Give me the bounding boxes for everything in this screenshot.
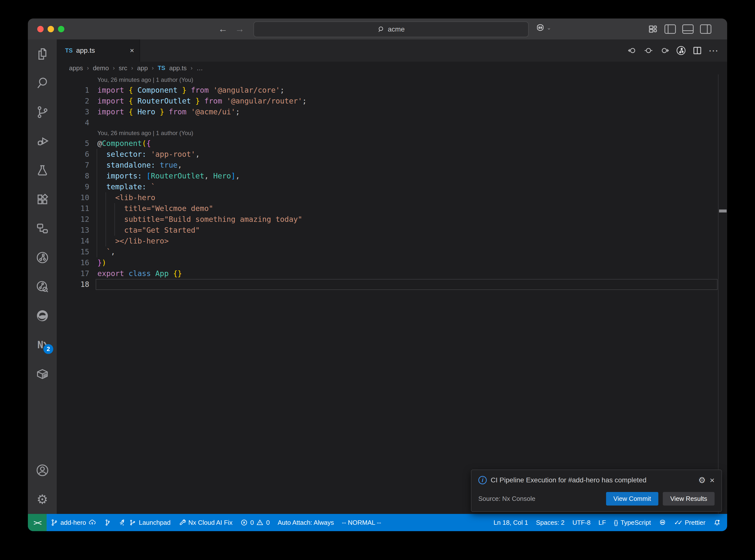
- auto-attach-status[interactable]: Auto Attach: Always: [274, 514, 338, 531]
- breadcrumb-symbol[interactable]: …: [197, 64, 203, 72]
- nav-forward-icon[interactable]: →: [235, 24, 244, 34]
- nav-back-icon[interactable]: ←: [218, 24, 227, 34]
- git-graph-icon: [104, 519, 111, 526]
- sidebar-item-search[interactable]: [28, 68, 57, 98]
- close-window-button[interactable]: [37, 26, 44, 32]
- gear-icon: ⚙: [37, 493, 48, 506]
- code-line-13[interactable]: 13 cta="Get Started": [57, 225, 718, 236]
- indentation-status[interactable]: Spaces: 2: [532, 514, 569, 531]
- sidebar-item-nx-console[interactable]: N❯ 2: [28, 330, 57, 359]
- indent-guide: [97, 203, 97, 214]
- language-mode-status[interactable]: {} TypeScript: [610, 514, 655, 531]
- launchpad-button[interactable]: Launchpad: [115, 514, 175, 531]
- line-number: 6: [57, 149, 89, 160]
- git-branch-status[interactable]: add-hero: [46, 514, 100, 531]
- toggle-panel-button[interactable]: [682, 24, 694, 34]
- view-commit-button[interactable]: View Commit: [606, 492, 659, 505]
- sidebar-item-testing[interactable]: [28, 156, 57, 185]
- line-number: 10: [57, 192, 89, 203]
- notification-settings-icon[interactable]: ⚙: [698, 476, 706, 484]
- toggle-secondary-sidebar-button[interactable]: [700, 24, 711, 34]
- sidebar-item-containers[interactable]: [28, 359, 57, 388]
- code-line-7[interactable]: 7 standalone: true,: [57, 160, 718, 171]
- breadcrumb-src[interactable]: src: [119, 64, 127, 72]
- toggle-primary-sidebar-button[interactable]: [664, 24, 676, 34]
- sidebar-item-settings[interactable]: ⚙: [28, 485, 57, 514]
- zoom-window-button[interactable]: [58, 26, 64, 32]
- source-control-graph-button[interactable]: [100, 514, 115, 531]
- breadcrumb-demo[interactable]: demo: [93, 64, 109, 72]
- eol-status[interactable]: LF: [595, 514, 610, 531]
- nx-graph-circle-icon[interactable]: [676, 45, 686, 56]
- notifications-bell[interactable]: [709, 514, 725, 531]
- code-line-9[interactable]: 9 template: `: [57, 181, 718, 192]
- notification-close-icon[interactable]: ×: [710, 476, 715, 484]
- run-back-icon[interactable]: [627, 45, 637, 56]
- copilot-status[interactable]: [655, 514, 670, 531]
- sidebar-item-accounts[interactable]: [28, 456, 57, 485]
- run-node-icon[interactable]: [643, 45, 654, 56]
- breadcrumb-apps[interactable]: apps: [69, 64, 83, 72]
- indent-guide: [97, 225, 97, 236]
- code-line-15[interactable]: 15 `,: [57, 246, 718, 257]
- code-line-14[interactable]: 14 ></lib-hero>: [57, 236, 718, 246]
- vim-mode-status[interactable]: -- NORMAL --: [338, 514, 385, 531]
- overview-ruler[interactable]: [718, 75, 727, 514]
- sidebar-item-nx-graph-search[interactable]: [28, 272, 57, 301]
- codelens-annotation[interactable]: You, 26 minutes ago | 1 author (You): [57, 128, 718, 138]
- split-editor-icon[interactable]: [692, 45, 702, 56]
- encoding-status[interactable]: UTF-8: [568, 514, 595, 531]
- line-number: 9: [57, 181, 89, 192]
- problems-status[interactable]: 0 0: [236, 514, 274, 531]
- files-icon: [36, 47, 49, 61]
- code-line-17[interactable]: 17export class App {}: [57, 268, 718, 279]
- code-line-4[interactable]: 4: [57, 117, 718, 128]
- code-line-1[interactable]: 1import { Component } from '@angular/cor…: [57, 85, 718, 96]
- vim-mode-label: -- NORMAL --: [342, 519, 381, 526]
- code-line-8[interactable]: 8 imports: [RouterOutlet, Hero],: [57, 171, 718, 181]
- line-text: title="Welcmoe demo": [97, 203, 213, 214]
- copilot-menu[interactable]: ⌄: [535, 23, 551, 33]
- command-center-search[interactable]: acme: [254, 21, 529, 37]
- view-results-button[interactable]: View Results: [663, 492, 715, 505]
- code-line-6[interactable]: 6 selector: 'app-root',: [57, 149, 718, 160]
- sidebar-item-run-debug[interactable]: [28, 127, 57, 156]
- tab-app-ts[interactable]: TS app.ts ×: [57, 39, 140, 62]
- customize-layout-button[interactable]: [648, 24, 658, 34]
- line-text: `,: [97, 246, 115, 257]
- indent-guide: [97, 149, 97, 160]
- code-line-5[interactable]: 5@Component({: [57, 138, 718, 149]
- code-line-10[interactable]: 10 <lib-hero: [57, 192, 718, 203]
- minimize-window-button[interactable]: [47, 26, 54, 32]
- remote-indicator[interactable]: ><: [28, 514, 46, 531]
- code-line-11[interactable]: 11 title="Welcmoe demo": [57, 203, 718, 214]
- line-number: 11: [57, 203, 89, 214]
- breadcrumb-app[interactable]: app: [137, 64, 148, 72]
- line-text: ></lib-hero>: [97, 236, 168, 246]
- run-forward-icon[interactable]: [660, 45, 670, 56]
- breadcrumb-file[interactable]: app.ts: [169, 64, 187, 72]
- code-line-2[interactable]: 2import { RouterOutlet } from '@angular/…: [57, 96, 718, 106]
- nx-cloud-ai-fix-button[interactable]: Nx Cloud AI Fix: [175, 514, 236, 531]
- nx-badge: 2: [43, 344, 53, 354]
- notification-toast: i CI Pipeline Execution for #add-hero ha…: [471, 469, 722, 512]
- formatter-status[interactable]: ✓✓ Prettier: [670, 514, 709, 531]
- double-check-icon: ✓✓: [674, 519, 681, 526]
- tab-close-icon[interactable]: ×: [130, 46, 134, 55]
- sidebar-item-edge-browser[interactable]: [28, 301, 57, 330]
- more-actions-icon[interactable]: ⋯: [709, 45, 719, 56]
- launchpad-label: Launchpad: [139, 519, 171, 526]
- sidebar-item-nx-graph[interactable]: [28, 243, 57, 272]
- code-line-16[interactable]: 16}): [57, 257, 718, 268]
- sidebar-item-extensions[interactable]: [28, 185, 57, 214]
- code-line-12[interactable]: 12 subtitle="Build something amazing tod…: [57, 214, 718, 225]
- code-line-18[interactable]: 18: [57, 279, 718, 290]
- sidebar-item-explorer[interactable]: [28, 39, 57, 68]
- code-line-3[interactable]: 3import { Hero } from '@acme/ui';: [57, 106, 718, 117]
- codelens-annotation[interactable]: You, 26 minutes ago | 1 author (You): [57, 75, 718, 85]
- vscode-window: ← → acme ⌄: [28, 19, 727, 531]
- cursor-position-status[interactable]: Ln 18, Col 1: [490, 514, 532, 531]
- sidebar-item-flowchart[interactable]: [28, 214, 57, 243]
- sidebar-item-source-control[interactable]: [28, 98, 57, 127]
- code-editor[interactable]: You, 26 minutes ago | 1 author (You)1imp…: [57, 75, 727, 514]
